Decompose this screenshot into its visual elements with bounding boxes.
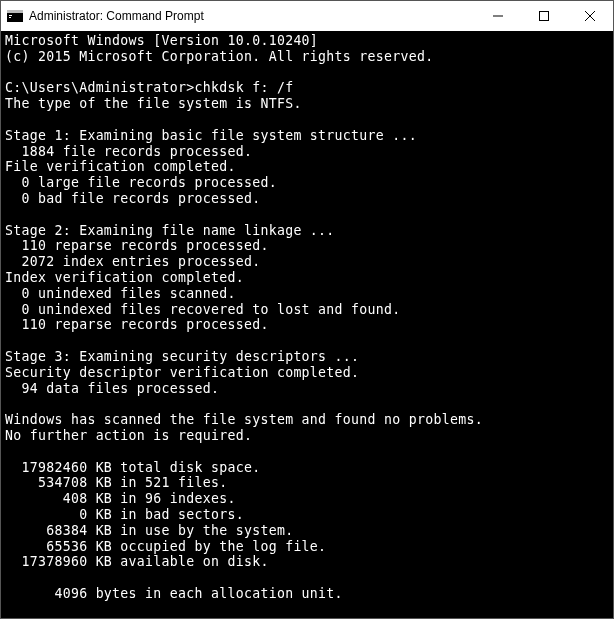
terminal-line: 110 reparse records processed. <box>5 238 609 254</box>
terminal-line: Microsoft Windows [Version 10.0.10240] <box>5 33 609 49</box>
terminal-line <box>5 570 609 586</box>
maximize-button[interactable] <box>521 1 567 31</box>
terminal-line: 1884 file records processed. <box>5 144 609 160</box>
terminal-line: 2072 index entries processed. <box>5 254 609 270</box>
window-title: Administrator: Command Prompt <box>29 9 204 23</box>
terminal-line: No further action is required. <box>5 428 609 444</box>
terminal-line: 0 KB in bad sectors. <box>5 507 609 523</box>
terminal-line <box>5 112 609 128</box>
terminal-line: C:\Users\Administrator>chkdsk f: /f <box>5 80 609 96</box>
terminal-line: 65536 KB occupied by the log file. <box>5 539 609 555</box>
terminal-line: 4096 bytes in each allocation unit. <box>5 586 609 602</box>
terminal-line: Stage 3: Examining security descriptors … <box>5 349 609 365</box>
terminal-line: 110 reparse records processed. <box>5 317 609 333</box>
svg-rect-1 <box>7 10 23 13</box>
svg-rect-2 <box>9 15 12 16</box>
terminal-line <box>5 396 609 412</box>
terminal-line: The type of the file system is NTFS. <box>5 96 609 112</box>
cmd-icon <box>7 8 23 24</box>
maximize-icon <box>539 11 549 21</box>
svg-rect-3 <box>9 17 11 18</box>
terminal-line: Stage 1: Examining basic file system str… <box>5 128 609 144</box>
terminal-line: 0 unindexed files recovered to lost and … <box>5 302 609 318</box>
terminal-output[interactable]: Microsoft Windows [Version 10.0.10240](c… <box>1 31 613 618</box>
close-icon <box>585 11 595 21</box>
terminal-line: 408 KB in 96 indexes. <box>5 491 609 507</box>
svg-rect-5 <box>540 12 549 21</box>
terminal-line: 17982460 KB total disk space. <box>5 460 609 476</box>
terminal-line <box>5 65 609 81</box>
svg-rect-4 <box>493 16 503 17</box>
terminal-line: 534708 KB in 521 files. <box>5 475 609 491</box>
terminal-line <box>5 207 609 223</box>
terminal-line: 94 data files processed. <box>5 381 609 397</box>
terminal-line <box>5 333 609 349</box>
terminal-line: Windows has scanned the file system and … <box>5 412 609 428</box>
terminal-line: Index verification completed. <box>5 270 609 286</box>
close-button[interactable] <box>567 1 613 31</box>
window-frame: Administrator: Command Prompt Microsoft … <box>0 0 614 619</box>
terminal-line: Stage 2: Examining file name linkage ... <box>5 223 609 239</box>
terminal-line: File verification completed. <box>5 159 609 175</box>
terminal-line: Security descriptor verification complet… <box>5 365 609 381</box>
minimize-button[interactable] <box>475 1 521 31</box>
terminal-line: 68384 KB in use by the system. <box>5 523 609 539</box>
terminal-line: 17378960 KB available on disk. <box>5 554 609 570</box>
terminal-line: 0 bad file records processed. <box>5 191 609 207</box>
minimize-icon <box>493 11 503 21</box>
titlebar[interactable]: Administrator: Command Prompt <box>1 1 613 31</box>
terminal-line: (c) 2015 Microsoft Corporation. All righ… <box>5 49 609 65</box>
terminal-line <box>5 444 609 460</box>
terminal-line: 0 large file records processed. <box>5 175 609 191</box>
terminal-line: 0 unindexed files scanned. <box>5 286 609 302</box>
